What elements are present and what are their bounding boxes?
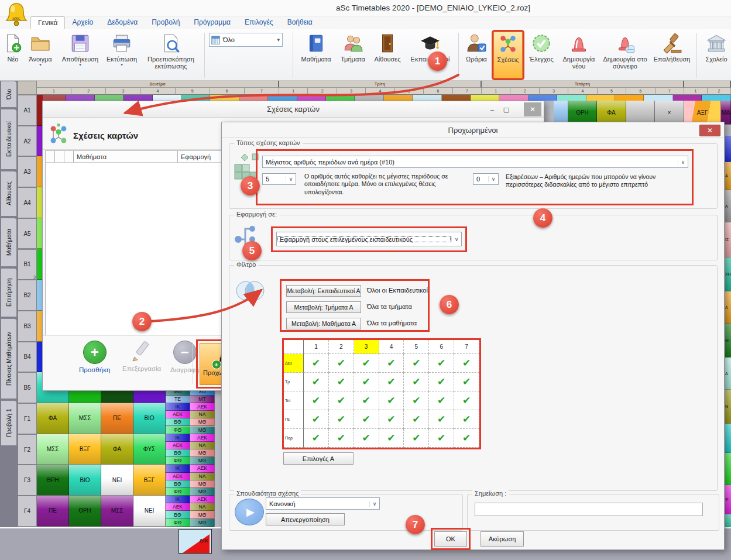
delete-button[interactable]: − Διαγραφή <box>170 341 200 373</box>
subjects-button[interactable]: Μαθήματα <box>296 30 336 80</box>
grid-check-cell[interactable]: ✔ <box>304 354 329 373</box>
menu-tab-Προβολή[interactable]: Προβολή <box>145 16 187 29</box>
school-label: Σχολείο <box>705 56 727 63</box>
grid-column-header-5[interactable]: 5 <box>404 340 429 354</box>
exceptions-select[interactable]: 0 ∨ <box>473 173 499 185</box>
grid-check-cell[interactable]: ✔ <box>329 354 354 373</box>
filter-change-button-1[interactable]: Μεταβολή: Τμήματα Α <box>286 301 361 313</box>
app-logo-bell-icon[interactable]: aSc <box>5 1 28 28</box>
grid-check-cell[interactable]: ✔ <box>354 429 379 448</box>
max-periods-select[interactable]: 5 ∨ <box>262 173 296 185</box>
card-relationships-titlebar[interactable]: Σχέσεις καρτών – ▢ ✕ <box>43 101 544 118</box>
grid-check-cell[interactable]: ✔ <box>429 429 454 448</box>
classes-button[interactable]: Τμήματα <box>336 30 370 80</box>
grid-row-label-Πε[interactable]: Πε <box>284 410 304 429</box>
grid-check-cell[interactable]: ✔ <box>379 410 404 429</box>
menu-tab-Πρόγραμμα[interactable]: Πρόγραμμα <box>187 16 238 29</box>
grid-row-label-Δευ[interactable]: Δευ <box>284 354 304 373</box>
grid-check-cell[interactable]: ✔ <box>404 354 429 373</box>
menu-tab-Δεδομένα[interactable]: Δεδομένα <box>100 16 145 29</box>
apply-to-select[interactable]: Εφαρμογή στους επιλεγμένους εκπαιδευτικο… <box>276 232 462 246</box>
separator <box>458 33 459 78</box>
grid-check-cell[interactable]: ✔ <box>429 373 454 391</box>
contracts-label: Ωράρια <box>466 56 487 63</box>
group-label: Σημείωση : <box>472 490 509 497</box>
filter-change-button-0[interactable]: Μεταβολή: Εκπαιδευτικοί Α <box>286 285 361 297</box>
grid-row-label-Τετ[interactable]: Τετ <box>284 391 304 410</box>
grid-check-cell[interactable]: ✔ <box>379 391 404 410</box>
grid-check-cell[interactable]: ✔ <box>454 391 479 410</box>
importance-select[interactable]: Κανονική ∨ <box>266 497 380 510</box>
grid-check-cell[interactable]: ✔ <box>404 391 429 410</box>
save-button[interactable]: Αποθήκευση▾ <box>57 30 103 80</box>
grid-check-cell[interactable]: ✔ <box>304 429 329 448</box>
grid-check-cell[interactable]: ✔ <box>454 373 479 391</box>
grid-column-header-7[interactable]: 7 <box>454 340 479 354</box>
grid-check-cell[interactable]: ✔ <box>454 354 479 373</box>
relation-type-select[interactable]: Μέγιστος αριθμός περιόδων ανά ημέρα (#10… <box>262 156 688 168</box>
maximize-button[interactable]: ▢ <box>500 105 512 114</box>
grid-row-label-Παρ[interactable]: Παρ <box>284 429 304 448</box>
menu-tab-Αρχείο[interactable]: Αρχείο <box>65 16 100 29</box>
grid-check-cell[interactable]: ✔ <box>404 410 429 429</box>
grid-check-cell[interactable]: ✔ <box>429 391 454 410</box>
grid-check-cell[interactable]: ✔ <box>329 391 354 410</box>
grid-column-header-6[interactable]: 6 <box>429 340 454 354</box>
close-button[interactable]: ✕ <box>699 125 720 136</box>
menu-tab-Γενικά[interactable]: Γενικά <box>30 16 65 29</box>
grid-check-cell[interactable]: ✔ <box>304 373 329 391</box>
grid-column-header-1[interactable]: 1 <box>304 340 329 354</box>
grid-check-cell[interactable]: ✔ <box>454 410 479 429</box>
check-button[interactable]: Έλεγχος <box>525 30 558 80</box>
menu-tab-Βοήθεια[interactable]: Βοήθεια <box>280 16 320 29</box>
relations-button[interactable]: Σχέσεις <box>493 32 523 78</box>
grid-check-cell[interactable]: ✔ <box>304 391 329 410</box>
new-button[interactable]: Νέο <box>2 30 23 80</box>
grid-check-cell[interactable]: ✔ <box>354 410 379 429</box>
school-button[interactable]: Σχολείο <box>700 30 731 80</box>
grid-check-cell[interactable]: ✔ <box>354 354 379 373</box>
grid-check-cell[interactable]: ✔ <box>379 373 404 391</box>
filter-change-button-2[interactable]: Μεταβολή: Μαθήματα Α <box>286 318 361 329</box>
grid-check-cell[interactable]: ✔ <box>429 354 454 373</box>
grid-row-label-Τρ[interactable]: Τρ <box>284 373 304 391</box>
grid-check-cell[interactable]: ✔ <box>354 373 379 391</box>
advanced-dialog-title: Προχωρημένοι <box>222 122 724 138</box>
grid-check-cell[interactable]: ✔ <box>329 429 354 448</box>
dik-card[interactable]: ΔΙΚ <box>179 529 212 554</box>
open-button[interactable]: Άνοιγμα▾ <box>23 30 57 80</box>
menu-tab-Επιλογές[interactable]: Επιλογές <box>238 16 280 29</box>
add-button[interactable]: + Προσθήκη <box>79 341 110 373</box>
view-combo[interactable]: Όλο▾ <box>209 33 283 47</box>
print-button[interactable]: Εκτύπωση▾ <box>103 30 140 80</box>
grid-check-cell[interactable]: ✔ <box>379 429 404 448</box>
generate-cloud-button[interactable]: Δημιουργία στο σύννεφο <box>600 30 650 80</box>
contracts-button[interactable]: Ωράρια <box>462 30 491 80</box>
dik-card-label: ΔΙΚ <box>200 538 208 544</box>
classrooms-button[interactable]: Αίθουσες <box>370 30 405 80</box>
grid-check-cell[interactable]: ✔ <box>404 429 429 448</box>
options-a-button[interactable]: Επιλογές Α <box>283 452 354 465</box>
grid-check-cell[interactable]: ✔ <box>329 373 354 391</box>
grid-check-cell[interactable]: ✔ <box>429 410 454 429</box>
grid-column-header-3[interactable]: 3 <box>354 340 379 354</box>
grid-check-cell[interactable]: ✔ <box>304 410 329 429</box>
grid-check-cell[interactable]: ✔ <box>454 429 479 448</box>
cancel-button[interactable]: Ακύρωση <box>481 531 524 547</box>
grid-column-header-2[interactable]: 2 <box>329 340 354 354</box>
print-preview-button[interactable]: Προεπισκόπηση εκτύπωσης <box>140 30 201 80</box>
generate-new-button[interactable]: Δημιουργία νέου <box>558 30 600 80</box>
close-button[interactable]: ✕ <box>524 102 541 116</box>
grid-column-header-4[interactable]: 4 <box>379 340 404 354</box>
grid-check-cell[interactable]: ✔ <box>354 391 379 410</box>
grid-check-cell[interactable]: ✔ <box>379 354 404 373</box>
deactivate-button[interactable]: Απενεργοποίηση <box>266 513 345 525</box>
ok-button[interactable]: OK <box>434 531 467 547</box>
grid-check-cell[interactable]: ✔ <box>329 410 354 429</box>
note-input[interactable] <box>475 503 703 516</box>
verify-button[interactable]: Επαλήθευση <box>650 30 694 80</box>
edit-button[interactable]: Επεξεργασία <box>122 341 161 372</box>
grid-check-cell[interactable]: ✔ <box>404 373 429 391</box>
minimize-button[interactable]: – <box>486 105 498 114</box>
dik-card-triangle <box>183 534 210 553</box>
